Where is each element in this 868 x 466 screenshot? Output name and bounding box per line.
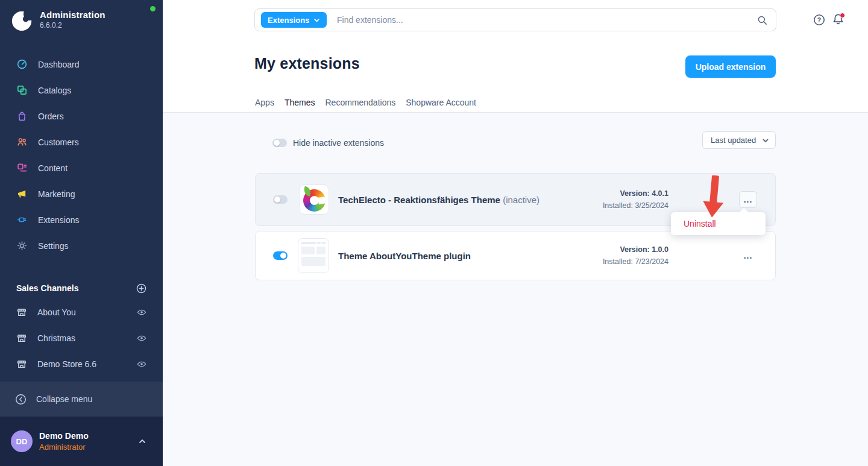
sidebar-item-label: Demo Store 6.6 [37, 359, 126, 369]
context-menu-button[interactable]: ... [740, 248, 756, 263]
uninstall-menu-item[interactable]: Uninstall [671, 212, 766, 235]
context-menu-popup: Uninstall [671, 212, 766, 235]
extension-name: TechElecto - Reaktionsfähiges Theme (ina… [338, 195, 539, 205]
sidebar-item-label: Customers [38, 137, 79, 147]
user-role: Administrator [39, 442, 137, 452]
extensions-icon [16, 214, 28, 225]
sidebar-item-content[interactable]: Content [0, 155, 163, 181]
sidebar-item-label: Dashboard [38, 60, 80, 69]
app-title: Administration [40, 10, 105, 20]
app-version: 6.6.0.2 [40, 21, 105, 30]
sidebar-item-christmas[interactable]: Christmas [0, 325, 163, 351]
sort-dropdown[interactable]: Last updated [702, 131, 776, 149]
extension-meta: Version: 1.0.0 Installed: 7/23/2024 [603, 245, 668, 266]
sidebar-item-orders[interactable]: Orders [0, 103, 163, 129]
collapse-menu-label: Collapse menu [36, 394, 92, 404]
collapse-menu-button[interactable]: Collapse menu [0, 382, 163, 417]
visibility-eye-icon[interactable] [136, 333, 147, 344]
sidebar-item-demo-store[interactable]: Demo Store 6.6 [0, 351, 163, 377]
extension-version: Version: 1.0.0 [603, 245, 668, 254]
sidebar-item-extensions[interactable]: Extensions [0, 207, 163, 233]
dashboard-icon [16, 58, 28, 70]
notification-badge-dot [840, 13, 845, 18]
sidebar-item-settings[interactable]: Settings [0, 233, 163, 259]
sales-channels-list: About You Christmas Demo Store 6.6 [0, 299, 163, 377]
extension-name: Theme AboutYouTheme plugin [338, 251, 471, 261]
storefront-icon [16, 333, 27, 344]
search-scope-label: Extensions [268, 16, 309, 25]
extension-row-aboutyoutheme: Theme AboutYouTheme plugin Version: 1.0.… [255, 231, 776, 280]
sidebar-item-marketing[interactable]: Marketing [0, 181, 163, 207]
chevron-down-icon [762, 137, 769, 144]
user-menu[interactable]: DD Demo Demo Administrator [0, 417, 163, 466]
orders-icon [16, 110, 28, 122]
extension-active-toggle[interactable] [273, 195, 288, 204]
sidebar: Administration 6.6.0.2 Dashboard Catalog… [0, 0, 163, 466]
customers-icon [16, 136, 28, 148]
user-name: Demo Demo [39, 431, 137, 441]
avatar: DD [11, 430, 33, 452]
techelecto-logo [299, 184, 329, 215]
help-icon[interactable]: ? [813, 13, 826, 27]
sidebar-item-label: Christmas [37, 333, 126, 343]
shopware-logo-icon [11, 9, 34, 32]
storefront-icon [16, 307, 27, 318]
app-logo-block: Administration 6.6.0.2 [11, 8, 154, 37]
sidebar-item-label: Orders [38, 112, 64, 121]
marketing-icon [16, 188, 28, 200]
visibility-eye-icon[interactable] [136, 307, 147, 318]
add-sales-channel-icon[interactable] [136, 283, 147, 294]
sales-channels-title: Sales Channels [16, 283, 136, 293]
hide-inactive-label: Hide inactive extensions [293, 138, 384, 148]
hide-inactive-toggle[interactable] [272, 139, 287, 147]
sidebar-item-label: Extensions [38, 215, 79, 225]
search-scope-button[interactable]: Extensions [261, 12, 327, 28]
page-title: My extensions [254, 55, 360, 72]
sidebar-item-customers[interactable]: Customers [0, 129, 163, 155]
theme-placeholder-thumbnail [298, 238, 329, 273]
upload-extension-button[interactable]: Upload extension [685, 55, 776, 78]
content-icon [16, 162, 28, 174]
main-navigation: Dashboard Catalogs Orders Customers Cont… [0, 51, 163, 259]
sidebar-item-label: Settings [38, 241, 69, 251]
search-icon[interactable] [756, 14, 768, 26]
sales-channels-header: Sales Channels [0, 279, 163, 298]
search-input[interactable] [337, 10, 723, 30]
settings-icon [16, 240, 28, 251]
extension-installed-date: Installed: 3/25/2024 [603, 201, 668, 210]
visibility-eye-icon[interactable] [136, 359, 147, 370]
extension-active-toggle[interactable] [273, 251, 288, 260]
chevron-up-icon [137, 436, 147, 446]
extension-version: Version: 4.0.1 [603, 189, 668, 198]
app-window: Administration 6.6.0.2 Dashboard Catalog… [0, 0, 868, 466]
global-search-box: Extensions [254, 8, 776, 31]
extension-status-suffix: (inactive) [500, 195, 539, 205]
svg-text:?: ? [817, 16, 821, 24]
context-menu-button[interactable]: ... [739, 191, 757, 208]
sidebar-item-catalogs[interactable]: Catalogs [0, 77, 163, 103]
sort-dropdown-value: Last updated [711, 136, 756, 145]
catalogs-icon [16, 84, 28, 96]
sidebar-item-label: About You [37, 307, 126, 317]
sidebar-item-dashboard[interactable]: Dashboard [0, 51, 163, 77]
sidebar-item-label: Marketing [38, 189, 75, 199]
content-area [163, 113, 868, 466]
health-status-dot [150, 6, 156, 11]
storefront-icon [16, 359, 27, 370]
sidebar-item-about-you[interactable]: About You [0, 299, 163, 325]
sidebar-item-label: Content [38, 163, 68, 173]
extension-installed-date: Installed: 7/23/2024 [603, 257, 668, 266]
chevron-left-circle-icon [14, 393, 27, 406]
extension-meta: Version: 4.0.1 Installed: 3/25/2024 [603, 189, 668, 210]
chevron-down-icon [313, 17, 320, 24]
sidebar-item-label: Catalogs [38, 86, 71, 95]
